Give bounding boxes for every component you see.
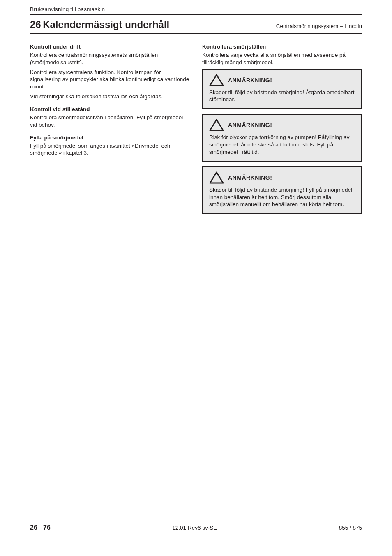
para-left-1: Kontrollera centralsmörjningssystemets s… [30,51,190,66]
rule-bottom [30,33,362,34]
para-left-2: Kontrollera styrcentralens funktion. Kon… [30,69,190,90]
warning-triangle-icon [209,119,224,131]
svg-marker-1 [210,120,223,130]
footer-code: 855 / 875 [339,525,362,531]
top-title: Bruksanvisning till basmaskin [30,6,362,12]
page-number: 26 - 76 [30,524,51,531]
warning-triangle-icon [209,171,224,184]
heading-kontrollera-smorjstallen: Kontrollera smörjställen [202,44,362,50]
page-footer: 26 - 76 12.01 Rev6 sv-SE 855 / 875 [30,524,362,531]
warning-triangle-icon [209,74,224,86]
svg-marker-2 [210,172,223,183]
notice-label-1: ANMÄRKNING! [228,77,272,83]
notice-box-3: ANMÄRKNING! Skador till följd av bristan… [202,166,362,214]
heading-kontroll-drift: Kontroll under drift [30,44,190,50]
para-right-intro: Kontrollera varje vecka alla smörjställe… [202,51,362,66]
heading-kontroll-stillestand: Kontroll vid stillestånd [30,106,190,112]
section-title: Kalendermässigt underhåll [43,19,169,30]
section-number: 26 [30,19,41,30]
notice-label-2: ANMÄRKNING! [228,122,272,128]
svg-marker-0 [210,75,223,86]
para-left-4: Kontrollera smörjmedelsnivån i behållare… [30,114,190,129]
notice-text-1: Skador till följd av bristande smörjning… [209,89,355,104]
notice-text-3: Skador till följd av bristande smörjning… [209,186,355,208]
footer-note: 12.01 Rev6 sv-SE [172,525,217,531]
notice-box-1: ANMÄRKNING! Skador till följd av bristan… [202,69,362,110]
left-column: Kontroll under drift Kontrollera central… [30,38,196,494]
notice-box-2: ANMÄRKNING! Risk för olyckor pga torrkör… [202,114,362,162]
para-left-5: Fyll på smörjmedel som anges i avsnittet… [30,142,190,157]
heading-fylla: Fylla på smörjmedel [30,134,190,141]
section-subtitle: Centralsmörjningssystem – Lincoln [276,23,362,29]
notice-text-2: Risk för olyckor pga torrkörning av pump… [209,134,355,155]
notice-label-3: ANMÄRKNING! [228,174,272,181]
rule-top [30,14,362,15]
para-left-3: Vid störningar ska felorsaken fastställa… [30,93,190,100]
right-column: Kontrollera smörjställen Kontrollera var… [196,38,362,494]
